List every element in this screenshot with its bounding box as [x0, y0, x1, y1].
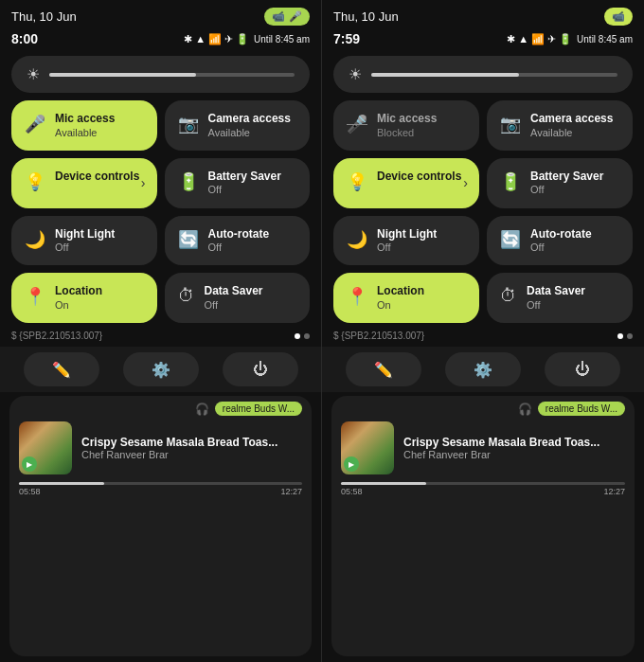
gear-icon-1: ⚙️ — [152, 361, 170, 379]
battery-icon-2: 🔋 — [559, 33, 572, 45]
panels-container: Thu, 10 Jun 📹 🎤 8:00 ✱ ▲ 📶 ✈ 🔋 Until 8:4… — [0, 0, 644, 662]
media-thumbnail-2: ▶ — [341, 421, 394, 474]
tile-autorotate-2[interactable]: 🔄 Auto-rotate Off — [487, 216, 633, 266]
tile-nightlight-1[interactable]: 🌙 Night Light Off — [11, 216, 157, 266]
media-player-2[interactable]: 🎧 realme Buds W... ▶ Crispy Sesame Masal… — [331, 396, 635, 656]
media-artist-1: Chef Ranveer Brar — [81, 449, 302, 460]
settings-button-1[interactable]: ⚙️ — [123, 352, 199, 386]
top-bar-2: Thu, 10 Jun 📹 — [322, 0, 644, 29]
tile-autorotate-1[interactable]: 🔄 Auto-rotate Off — [165, 216, 311, 266]
tile-title-mic-1: Mic access — [55, 112, 115, 127]
headphone-icon-1: 🎧 — [195, 403, 209, 416]
tile-subtitle-nightlight-2: Off — [377, 242, 437, 254]
edit-button-2[interactable]: ✏️ — [346, 352, 421, 386]
progress-times-2: 05:58 12:27 — [341, 487, 625, 496]
edit-button-1[interactable]: ✏️ — [24, 352, 99, 386]
status-bar-1: 8:00 ✱ ▲ 📶 ✈ 🔋 Until 8:45 am — [0, 29, 321, 52]
brightness-row-2[interactable]: ☀ — [333, 56, 633, 93]
top-bar-1: Thu, 10 Jun 📹 🎤 — [0, 0, 321, 29]
tile-info-battery-2: Battery Saver Off — [530, 170, 603, 197]
progress-fill-2 — [341, 482, 426, 485]
tile-title-nightlight-2: Night Light — [377, 227, 437, 242]
date-2: Thu, 10 Jun — [333, 9, 399, 24]
progress-track-2[interactable] — [341, 482, 625, 485]
tile-mic-1[interactable]: 🎤 Mic access Available — [11, 100, 157, 151]
progress-fill-1 — [19, 482, 104, 485]
power-button-2[interactable]: ⏻ — [545, 352, 620, 386]
tile-device-1[interactable]: 💡 Device controls › — [11, 158, 157, 208]
tile-subtitle-mic-2: Blocked — [377, 127, 437, 139]
dot-inactive-1 — [304, 333, 310, 339]
tile-camera-2[interactable]: 📷 Camera access Available — [487, 100, 633, 151]
progress-times-1: 05:58 12:27 — [19, 487, 302, 496]
tile-camera-1[interactable]: 📷 Camera access Available — [165, 100, 311, 151]
media-device-text-2: realme Buds W... — [538, 402, 625, 416]
nightlight-tile-icon-1: 🌙 — [25, 229, 45, 250]
tile-location-1[interactable]: 📍 Location On — [11, 273, 157, 323]
tile-battery-2[interactable]: 🔋 Battery Saver Off — [487, 158, 633, 208]
media-progress-1[interactable]: 05:58 12:27 — [9, 482, 312, 502]
tile-info-camera-2: Camera access Available — [530, 112, 613, 139]
bluetooth-icon-2: ✱ — [507, 33, 515, 45]
tile-datasaver-2[interactable]: ⏱ Data Saver Off — [487, 273, 633, 323]
tile-info-camera-1: Camera access Available — [208, 112, 291, 139]
play-overlay-1: ▶ — [22, 456, 37, 472]
time-current-1: 05:58 — [19, 487, 41, 496]
media-header-2: 🎧 realme Buds W... — [331, 396, 635, 418]
dot-active-2 — [617, 333, 623, 339]
tile-info-autorotate-1: Auto-rotate Off — [208, 227, 270, 255]
autorotate-tile-icon-1: 🔄 — [178, 229, 199, 250]
tile-title-camera-1: Camera access — [208, 112, 291, 127]
bottom-buttons-2: ✏️ ⚙️ ⏻ — [322, 347, 644, 392]
tile-location-2[interactable]: 📍 Location On — [333, 273, 479, 323]
tile-device-2[interactable]: 💡 Device controls › — [333, 158, 479, 208]
progress-track-1[interactable] — [19, 482, 302, 485]
tile-title-battery-1: Battery Saver — [208, 170, 281, 185]
media-progress-2[interactable]: 05:58 12:27 — [331, 482, 635, 502]
tile-title-autorotate-1: Auto-rotate — [208, 227, 270, 242]
dot-active-1 — [295, 333, 300, 339]
tile-info-datasaver-2: Data Saver Off — [527, 284, 585, 312]
tile-datasaver-1[interactable]: ⏱ Data Saver Off — [165, 273, 311, 323]
bluetooth-icon-1: ✱ — [184, 33, 192, 45]
tile-title-location-2: Location — [377, 284, 424, 299]
media-player-1[interactable]: 🎧 realme Buds W... ▶ Crispy Sesame Masal… — [9, 396, 312, 656]
media-title-1: Crispy Sesame Masala Bread Toas... — [81, 436, 302, 449]
settings-button-2[interactable]: ⚙️ — [445, 352, 521, 386]
tile-nightlight-2[interactable]: 🌙 Night Light Off — [333, 216, 479, 266]
battery-tile-icon-2: 🔋 — [500, 171, 521, 192]
tiles-grid-2: 🎤 Mic access Blocked 📷 Camera access Ava… — [322, 100, 644, 323]
camera-tile-icon-1: 📷 — [178, 114, 199, 134]
tile-battery-1[interactable]: 🔋 Battery Saver Off — [165, 158, 311, 208]
wifi-icon-1: 📶 — [208, 33, 222, 45]
dot-inactive-2 — [627, 333, 633, 339]
pencil-icon-1: ✏️ — [52, 361, 71, 379]
power-button-1[interactable]: ⏻ — [223, 352, 298, 386]
tile-title-camera-2: Camera access — [530, 112, 613, 127]
tile-title-device-1: Device controls — [55, 170, 139, 185]
tile-title-datasaver-1: Data Saver — [205, 284, 263, 299]
tiles-grid-1: 🎤 Mic access Available 📷 Camera access A… — [0, 100, 321, 323]
tile-subtitle-location-1: On — [55, 299, 102, 312]
dots-indicator-2 — [617, 333, 633, 339]
record-button-1[interactable]: 📹 🎤 — [264, 8, 310, 26]
tile-mic-2[interactable]: 🎤 Mic access Blocked — [333, 100, 479, 151]
brightness-track-2[interactable] — [371, 73, 617, 77]
power-icon-1: ⏻ — [253, 361, 268, 378]
status-icons-1: ✱ ▲ 📶 ✈ 🔋 Until 8:45 am — [184, 33, 310, 45]
panel-2: Thu, 10 Jun 📹 7:59 ✱ ▲ 📶 ✈ 🔋 Until 8:45 … — [322, 0, 644, 662]
media-device-text-1: realme Buds W... — [215, 402, 302, 416]
media-title-2: Crispy Sesame Masala Bread Toas... — [403, 436, 625, 449]
status-bar-2: 7:59 ✱ ▲ 📶 ✈ 🔋 Until 8:45 am — [322, 29, 644, 52]
brightness-track-1[interactable] — [49, 73, 295, 77]
panel-1: Thu, 10 Jun 📹 🎤 8:00 ✱ ▲ 📶 ✈ 🔋 Until 8:4… — [0, 0, 322, 662]
signal-icon-1: ▲ — [195, 33, 206, 45]
camera-tile-icon-2: 📷 — [500, 114, 521, 134]
tile-title-datasaver-2: Data Saver — [527, 284, 585, 299]
record-button-2[interactable]: 📹 — [604, 8, 633, 26]
tile-title-location-1: Location — [55, 284, 102, 299]
tile-info-autorotate-2: Auto-rotate Off — [530, 227, 592, 255]
tile-info-location-1: Location On — [55, 284, 102, 312]
until-text-2: Until 8:45 am — [577, 34, 633, 45]
brightness-row-1[interactable]: ☀ — [11, 56, 310, 93]
